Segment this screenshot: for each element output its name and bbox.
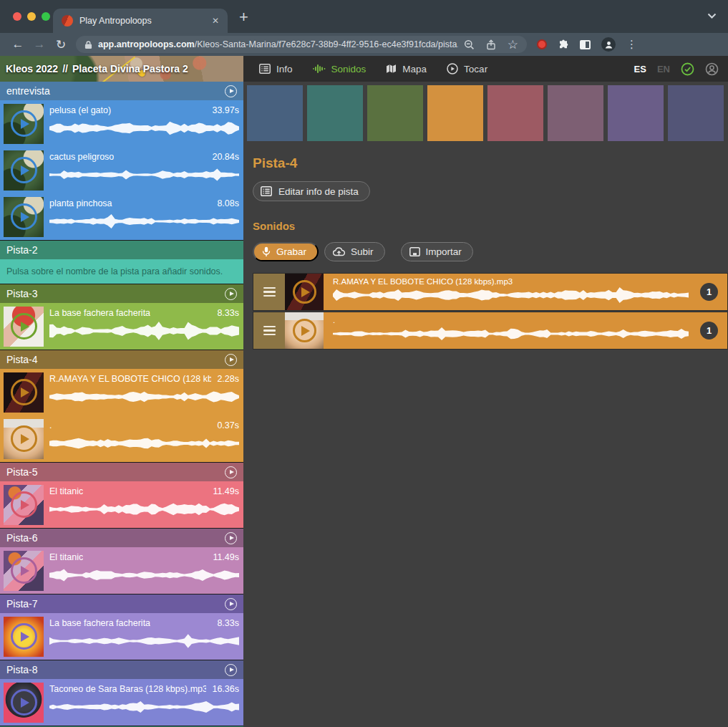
track-color-swatch[interactable] (427, 85, 483, 141)
import-button[interactable]: Importar (401, 242, 473, 261)
back-icon[interactable]: ← (7, 37, 29, 52)
sidebar-sound-item[interactable]: . 0.37s (0, 415, 243, 462)
sound-thumbnail[interactable] (4, 307, 44, 347)
track-color-swatch[interactable] (487, 85, 543, 141)
track-play-icon[interactable] (225, 288, 237, 300)
track-header[interactable]: Pista-6 (0, 529, 243, 547)
language-en[interactable]: EN (657, 64, 670, 74)
play-icon[interactable] (11, 379, 37, 405)
play-icon[interactable] (11, 623, 37, 650)
track-name[interactable]: Pista-5 (6, 466, 38, 478)
browser-menu-icon[interactable]: ⋮ (626, 38, 637, 51)
sidebar-sound-item[interactable]: cactus peligroso 20.84s (0, 147, 243, 193)
track-color-swatch[interactable] (367, 85, 423, 141)
sound-row[interactable]: R.AMAYA Y EL BOBOTE CHICO (128 kbps).mp3… (253, 273, 728, 311)
sound-thumbnail[interactable] (4, 150, 44, 191)
close-window-icon[interactable] (13, 12, 21, 21)
sidebar-sound-item[interactable]: planta pinchosa 8.08s (0, 193, 243, 240)
sound-thumbnail[interactable] (285, 274, 324, 310)
track-header[interactable]: entrevista (0, 82, 243, 100)
sidebar-sound-item[interactable]: pelusa (el gato) 33.97s (0, 100, 243, 147)
track-name[interactable]: Pista-6 (6, 532, 38, 544)
play-icon[interactable] (11, 110, 37, 137)
play-icon[interactable] (11, 557, 37, 584)
profile-avatar-icon[interactable] (601, 37, 616, 52)
upload-button[interactable]: Subir (324, 242, 385, 261)
map-preview[interactable]: Kleos 2022 // Placeta Divina Pastora 2 (0, 56, 243, 82)
bookmark-star-icon[interactable]: ☆ (508, 37, 518, 52)
side-panel-icon[interactable] (580, 40, 591, 49)
play-icon[interactable] (11, 313, 37, 340)
track-name[interactable]: Pista-7 (6, 598, 38, 610)
edit-track-info-button[interactable]: Editar info de pista (253, 181, 370, 201)
sound-thumbnail[interactable] (4, 197, 44, 237)
play-icon[interactable] (11, 689, 37, 716)
sound-thumbnail[interactable] (4, 617, 44, 657)
sidebar-sound-item[interactable]: La base fachera facherita 8.33s (0, 303, 243, 350)
play-icon[interactable] (11, 203, 37, 230)
breadcrumb-scene[interactable]: Placeta Divina Pastora 2 (72, 63, 188, 74)
sidebar-sound-item[interactable]: La base fachera facherita 8.33s (0, 613, 243, 660)
play-icon[interactable] (11, 425, 37, 452)
drag-handle[interactable] (253, 274, 285, 310)
track-header[interactable]: Pista-5 (0, 463, 243, 481)
sidebar-sound-item[interactable]: Taconeo de Sara Baras (128 kbps).mp3 16.… (0, 679, 243, 726)
drag-handle[interactable] (253, 312, 285, 349)
track-name[interactable]: Pista-3 (6, 288, 38, 299)
track-color-swatch[interactable] (548, 85, 603, 141)
track-play-icon[interactable] (225, 85, 237, 97)
play-icon[interactable] (293, 319, 316, 342)
nav-tab-tocar[interactable]: Tocar (447, 63, 487, 74)
forward-icon[interactable]: → (29, 37, 50, 52)
track-name[interactable]: Pista-4 (6, 354, 38, 365)
sidebar-sound-item[interactable]: El titanic 11.49s (0, 547, 243, 594)
extensions-puzzle-icon[interactable] (558, 39, 569, 50)
track-play-icon[interactable] (225, 466, 237, 478)
sound-thumbnail[interactable] (4, 419, 44, 459)
track-name[interactable]: Pista-2 (6, 244, 38, 256)
sidebar-sound-item[interactable]: R.AMAYA Y EL BOBOTE CHICO (128 kbps)....… (0, 369, 243, 415)
breadcrumb-project[interactable]: Kleos 2022 (6, 63, 58, 74)
track-play-icon[interactable] (225, 664, 237, 676)
track-play-icon[interactable] (225, 598, 237, 610)
track-play-icon[interactable] (225, 532, 237, 544)
sidebar-sound-item[interactable]: El titanic 11.49s (0, 481, 243, 528)
refresh-icon[interactable]: ↻ (50, 37, 72, 52)
sound-thumbnail[interactable] (285, 312, 324, 349)
play-icon[interactable] (11, 491, 37, 518)
nav-tab-sonidos[interactable]: Sonidos (313, 64, 367, 74)
sound-thumbnail[interactable] (4, 104, 44, 144)
new-tab-button[interactable]: + (239, 8, 248, 27)
track-header[interactable]: Pista-7 (0, 594, 243, 613)
fullscreen-window-icon[interactable] (42, 12, 50, 21)
sound-thumbnail[interactable] (4, 551, 44, 591)
track-header[interactable]: Pista-3 (0, 284, 243, 303)
sound-thumbnail[interactable] (4, 683, 44, 723)
track-name[interactable]: Pista-8 (6, 664, 38, 675)
tab-search-chevron-icon[interactable] (707, 13, 717, 19)
nav-tab-info[interactable]: Info (259, 64, 293, 74)
recording-extension-icon[interactable] (537, 39, 547, 49)
track-color-swatch[interactable] (247, 85, 303, 141)
track-header[interactable]: Pista-2 (0, 241, 243, 259)
url-bar[interactable]: app.antropoloops.com/Kleos-Santa-Marina/… (76, 36, 527, 53)
sound-thumbnail[interactable] (4, 372, 44, 413)
language-es[interactable]: ES (634, 64, 646, 74)
zoom-out-icon[interactable] (464, 39, 475, 50)
track-color-swatch[interactable] (608, 85, 664, 141)
sound-row[interactable]: . 1 (253, 312, 728, 350)
sound-thumbnail[interactable] (4, 485, 44, 525)
share-icon[interactable] (486, 39, 496, 50)
play-icon[interactable] (11, 157, 37, 183)
nav-tab-mapa[interactable]: Mapa (386, 64, 427, 74)
track-color-swatch[interactable] (668, 85, 724, 141)
track-header[interactable]: Pista-8 (0, 660, 243, 679)
minimize-window-icon[interactable] (27, 12, 36, 21)
play-icon[interactable] (293, 280, 316, 304)
track-color-swatch[interactable] (307, 85, 363, 141)
account-icon[interactable] (705, 62, 719, 76)
record-button[interactable]: Grabar (253, 242, 319, 261)
browser-tab[interactable]: Play Antropoloops ✕ (53, 9, 228, 33)
track-name[interactable]: entrevista (6, 85, 50, 97)
track-header[interactable]: Pista-4 (0, 350, 243, 369)
